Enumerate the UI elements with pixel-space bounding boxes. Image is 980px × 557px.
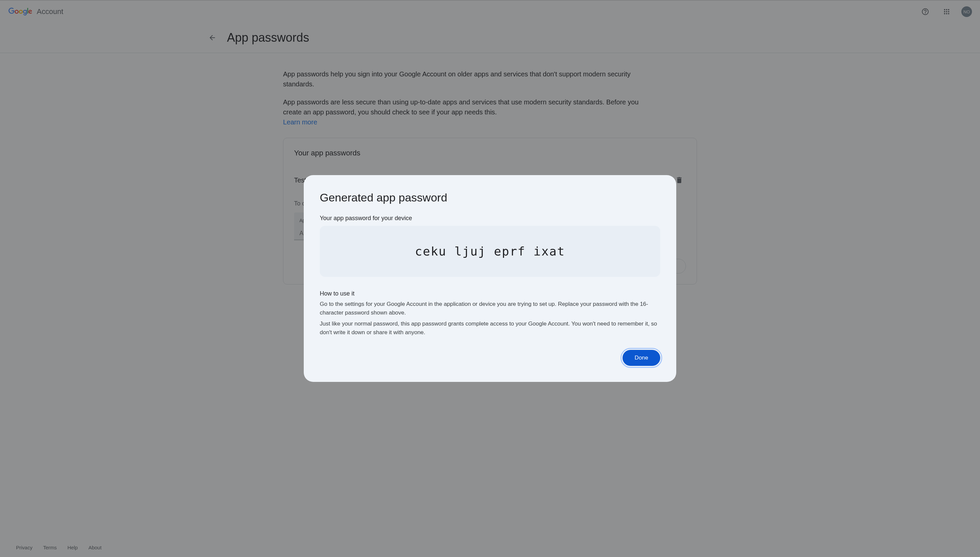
howto-paragraph-1: Go to the settings for your Google Accou… [320,300,660,317]
dialog-actions: Done [320,350,660,366]
done-button[interactable]: Done [622,350,660,366]
generated-password: ceku ljuj eprf ixat [320,226,660,277]
password-label: Your app password for your device [320,215,660,222]
howto-title: How to use it [320,290,660,297]
dialog-title: Generated app password [320,191,660,204]
howto-paragraph-2: Just like your normal password, this app… [320,319,660,337]
generated-password-dialog: Generated app password Your app password… [304,175,676,382]
